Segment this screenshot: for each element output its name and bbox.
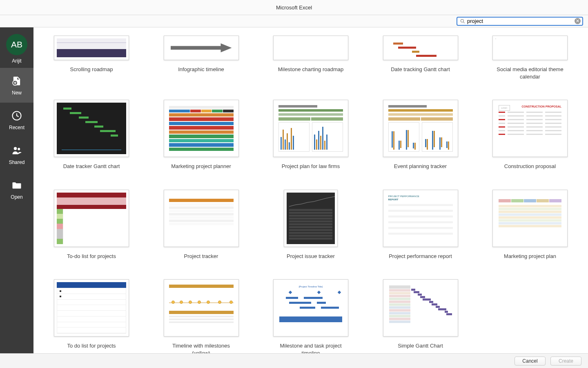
toolbar: ✕ [0, 15, 588, 27]
sidebar-item-label: New [12, 90, 22, 96]
template-thumbnail [164, 36, 239, 60]
template-thumbnail [54, 36, 129, 60]
cancel-button[interactable]: Cancel [514, 357, 546, 366]
title-bar: Microsoft Excel [0, 0, 588, 15]
template-thumbnail: LOGOCONSTRUCTION PROPOSAL [492, 100, 568, 157]
template-thumbnail [492, 36, 568, 60]
template-label: Timeline with milestones (yellow) [165, 342, 238, 353]
template-label: Date tracker Gantt chart [63, 163, 120, 170]
account-name: Arijit [12, 58, 21, 64]
create-button: Create [550, 357, 581, 366]
template-milestone-charting-roadmap[interactable]: Milestone charting roadmap [273, 36, 348, 80]
template-project-tracker[interactable]: Project tracker [164, 190, 239, 260]
sidebar-item-recent[interactable]: Recent [0, 103, 33, 137]
sidebar-item-label: Shared [9, 159, 25, 165]
template-label: Infographic timeline [178, 66, 224, 73]
template-to-do-list-for-projects-blue[interactable]: To do list for projects [54, 279, 129, 353]
template-date-tracker-gantt-chart[interactable]: Date tracker Gantt chart [54, 100, 129, 170]
sidebar-item-label: Recent [9, 125, 24, 130]
cancel-button-label: Cancel [522, 358, 537, 364]
template-scrolling-roadmap[interactable]: Scrolling roadmap [54, 36, 129, 80]
template-simple-gantt-chart[interactable]: Simple Gantt Chart [383, 279, 458, 353]
template-thumbnail [54, 100, 129, 157]
template-thumbnail [492, 190, 568, 247]
template-search[interactable]: ✕ [457, 17, 583, 26]
template-label: Construction proposal [504, 163, 556, 170]
template-marketing-project-planner[interactable]: Marketing project planner [164, 100, 239, 170]
template-thumbnail [273, 100, 348, 157]
template-label: Marketing project planner [171, 163, 231, 170]
template-label: Milestone and task project timeline [274, 342, 347, 353]
svg-point-6 [18, 148, 20, 150]
template-thumbnail [54, 279, 129, 337]
svg-line-1 [463, 22, 464, 23]
template-gallery[interactable]: Scrolling roadmap Infographic timeline M… [33, 27, 588, 353]
template-thumbnail [54, 190, 129, 247]
template-label: Project plan for law firms [282, 163, 340, 170]
avatar: AB [6, 34, 27, 55]
template-label: Project tracker [184, 253, 218, 260]
template-thumbnail [164, 190, 239, 247]
template-label: Project issue tracker [287, 253, 335, 260]
footer: Cancel Create [0, 353, 588, 368]
template-thumbnail [383, 100, 458, 157]
template-project-issue-tracker[interactable]: Project issue tracker [273, 190, 348, 260]
template-thumbnail [164, 100, 239, 157]
template-thumbnail [383, 279, 458, 337]
template-label: To do list for projects [67, 342, 116, 350]
sidebar-item-new[interactable]: New [0, 68, 33, 103]
sidebar: AB Arijit New Recent Shared [0, 27, 33, 353]
template-label: Event planning tracker [394, 163, 447, 170]
template-thumbnail [383, 36, 458, 60]
template-label: Simple Gantt Chart [398, 342, 443, 350]
template-label: Milestone charting roadmap [278, 66, 343, 73]
svg-point-0 [461, 19, 463, 22]
account-button[interactable]: AB Arijit [0, 27, 33, 68]
template-project-plan-for-law-firms[interactable]: Project plan for law firms [273, 100, 348, 170]
template-timeline-with-milestones-yellow[interactable]: Timeline with milestones (yellow) [164, 279, 239, 353]
avatar-initials: AB [11, 40, 22, 49]
template-thumbnail [284, 190, 338, 247]
template-event-planning-tracker[interactable]: Event planning tracker [383, 100, 458, 170]
template-construction-proposal[interactable]: LOGOCONSTRUCTION PROPOSAL Construction p… [492, 100, 568, 170]
template-marketing-project-plan[interactable]: Marketing project plan [492, 190, 568, 260]
template-milestone-and-task-project-timeline[interactable]: [Project Timeline Title] [273, 279, 348, 353]
new-icon [11, 75, 22, 87]
open-icon [11, 180, 22, 191]
window-title: Microsoft Excel [276, 4, 312, 11]
template-date-tracking-gantt-chart[interactable]: Date tracking Gantt chart [383, 36, 458, 80]
search-icon [460, 18, 466, 24]
clear-search-button[interactable]: ✕ [575, 18, 581, 24]
template-project-performance-report[interactable]: PROJECT PERFORMANCE REPORT Project perfo… [383, 190, 458, 260]
template-label: Marketing project plan [504, 253, 556, 260]
sidebar-item-shared[interactable]: Shared [0, 137, 33, 172]
search-input[interactable] [466, 18, 575, 24]
template-infographic-timeline[interactable]: Infographic timeline [164, 36, 239, 80]
svg-point-5 [14, 147, 17, 150]
template-to-do-list-for-projects-red[interactable]: To-do list for projects [54, 190, 129, 260]
template-thumbnail: [Project Timeline Title] [273, 279, 348, 337]
sidebar-item-label: Open [11, 194, 22, 200]
template-label: Social media editorial theme calendar [493, 66, 567, 80]
sidebar-item-open[interactable]: Open [0, 172, 33, 207]
template-thumbnail: PROJECT PERFORMANCE REPORT [383, 190, 458, 247]
template-label: Date tracking Gantt chart [391, 66, 450, 73]
template-label: Project performance report [389, 253, 452, 260]
shared-icon [11, 145, 22, 156]
create-button-label: Create [559, 358, 573, 364]
template-label: Scrolling roadmap [70, 66, 113, 73]
template-thumbnail [273, 36, 348, 60]
template-social-media-editorial-theme-calendar[interactable]: Social media editorial theme calendar [492, 36, 568, 80]
template-label: To-do list for projects [67, 253, 116, 260]
recent-icon [11, 110, 22, 121]
template-thumbnail [164, 279, 239, 337]
